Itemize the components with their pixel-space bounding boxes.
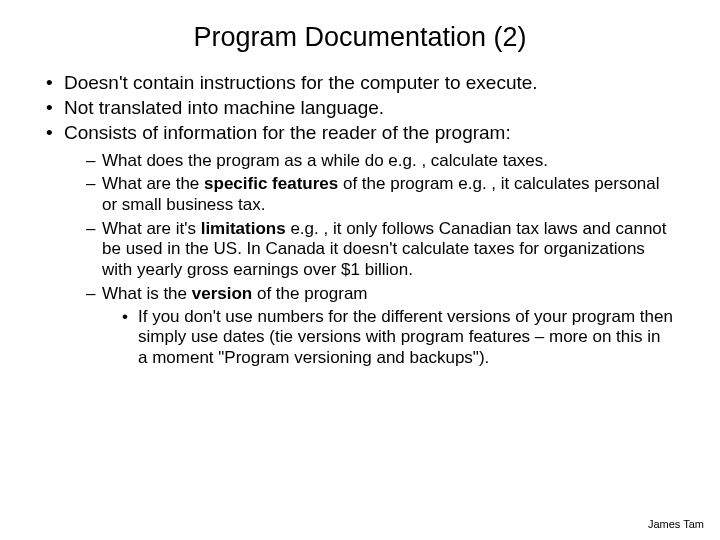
slide: Program Documentation (2) Doesn't contai…	[0, 0, 720, 540]
bullet-text-bold: specific features	[204, 174, 338, 193]
bullet-item: What is the version of the program If yo…	[86, 284, 674, 369]
bullet-text-bold: limitations	[201, 219, 286, 238]
bullet-text: What does the program as a while do e.g.…	[102, 151, 548, 170]
bullet-list-level2: What does the program as a while do e.g.…	[64, 151, 674, 369]
bullet-item: What are the specific features of the pr…	[86, 174, 674, 215]
bullet-text: What is the	[102, 284, 192, 303]
bullet-text-bold: version	[192, 284, 252, 303]
bullet-text: of the program	[252, 284, 367, 303]
slide-content: Doesn't contain instructions for the com…	[0, 71, 720, 369]
bullet-item: What are it's limitations e.g. , it only…	[86, 219, 674, 281]
footer-author: James Tam	[648, 518, 704, 530]
bullet-text: What are the	[102, 174, 204, 193]
bullet-item: Not translated into machine language.	[46, 96, 674, 119]
bullet-item: What does the program as a while do e.g.…	[86, 151, 674, 172]
slide-title: Program Documentation (2)	[0, 0, 720, 71]
bullet-list-level3: If you don't use numbers for the differe…	[102, 307, 674, 369]
bullet-item: Consists of information for the reader o…	[46, 121, 674, 369]
bullet-text: What are it's	[102, 219, 201, 238]
bullet-text: Consists of information for the reader o…	[64, 122, 511, 143]
bullet-item: Doesn't contain instructions for the com…	[46, 71, 674, 94]
bullet-text: Doesn't contain instructions for the com…	[64, 72, 538, 93]
bullet-list-level1: Doesn't contain instructions for the com…	[46, 71, 674, 369]
bullet-item: If you don't use numbers for the differe…	[122, 307, 674, 369]
bullet-text: If you don't use numbers for the differe…	[138, 307, 673, 367]
bullet-text: Not translated into machine language.	[64, 97, 384, 118]
